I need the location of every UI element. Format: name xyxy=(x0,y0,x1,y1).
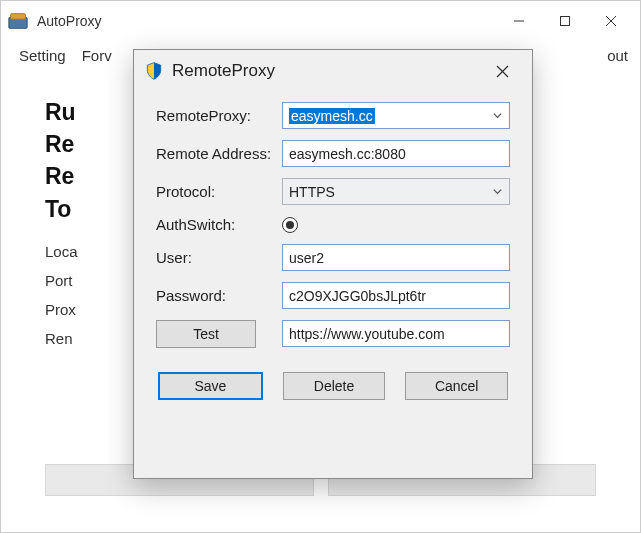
remoteproxy-dialog: RemoteProxy RemoteProxy: easymesh.cc Rem… xyxy=(133,49,533,479)
test-button-label: Test xyxy=(193,326,219,342)
row-authswitch: AuthSwitch: xyxy=(156,216,510,233)
close-main-button[interactable] xyxy=(588,5,634,37)
row-protocol: Protocol: HTTPS xyxy=(156,178,510,205)
svg-rect-3 xyxy=(561,17,570,26)
menu-forward[interactable]: Forv xyxy=(76,41,122,72)
test-url-input[interactable]: https://www.youtube.com xyxy=(282,320,510,347)
label-user: User: xyxy=(156,249,282,266)
radio-dot xyxy=(286,221,294,229)
main-titlebar: AutoProxy xyxy=(1,1,640,41)
test-url-value: https://www.youtube.com xyxy=(289,326,445,342)
cancel-button-label: Cancel xyxy=(435,378,479,394)
delete-button-label: Delete xyxy=(314,378,354,394)
user-value: user2 xyxy=(289,250,324,266)
row-user: User: user2 xyxy=(156,244,510,271)
close-dialog-button[interactable] xyxy=(482,56,522,86)
app-icon xyxy=(7,10,29,32)
remoteproxy-combobox[interactable]: easymesh.cc xyxy=(282,102,510,129)
chevron-down-icon xyxy=(492,108,503,124)
label-authswitch: AuthSwitch: xyxy=(156,216,282,233)
protocol-select[interactable]: HTTPS xyxy=(282,178,510,205)
protocol-value: HTTPS xyxy=(289,184,335,200)
label-remoteproxy: RemoteProxy: xyxy=(156,107,282,124)
main-title: AutoProxy xyxy=(37,13,102,29)
dialog-title: RemoteProxy xyxy=(172,61,275,81)
chevron-down-icon xyxy=(492,184,503,200)
svg-rect-1 xyxy=(11,14,26,20)
dialog-titlebar: RemoteProxy xyxy=(134,50,532,92)
dialog-actions: Save Delete Cancel xyxy=(156,372,510,400)
row-remoteproxy: RemoteProxy: easymesh.cc xyxy=(156,102,510,129)
shield-icon xyxy=(144,61,164,81)
menu-about-suffix[interactable]: out xyxy=(601,41,628,72)
label-protocol: Protocol: xyxy=(156,183,282,200)
password-input[interactable]: c2O9XJGG0bsJLpt6tr xyxy=(282,282,510,309)
user-input[interactable]: user2 xyxy=(282,244,510,271)
menu-setting[interactable]: Setting xyxy=(13,41,76,72)
row-remote-address: Remote Address: easymesh.cc:8080 xyxy=(156,140,510,167)
password-value: c2O9XJGG0bsJLpt6tr xyxy=(289,288,426,304)
label-password: Password: xyxy=(156,287,282,304)
label-remote-address: Remote Address: xyxy=(156,145,282,162)
maximize-button[interactable] xyxy=(542,5,588,37)
test-button[interactable]: Test xyxy=(156,320,256,348)
dialog-form: RemoteProxy: easymesh.cc Remote Address:… xyxy=(134,92,532,414)
remoteproxy-value: easymesh.cc xyxy=(289,108,375,124)
authswitch-radio[interactable] xyxy=(282,217,298,233)
row-password: Password: c2O9XJGG0bsJLpt6tr xyxy=(156,282,510,309)
save-button-label: Save xyxy=(194,378,226,394)
remote-address-input[interactable]: easymesh.cc:8080 xyxy=(282,140,510,167)
row-test: Test https://www.youtube.com xyxy=(156,320,510,348)
minimize-button[interactable] xyxy=(496,5,542,37)
remote-address-value: easymesh.cc:8080 xyxy=(289,146,406,162)
delete-button[interactable]: Delete xyxy=(283,372,386,400)
save-button[interactable]: Save xyxy=(158,372,263,400)
cancel-button[interactable]: Cancel xyxy=(405,372,508,400)
